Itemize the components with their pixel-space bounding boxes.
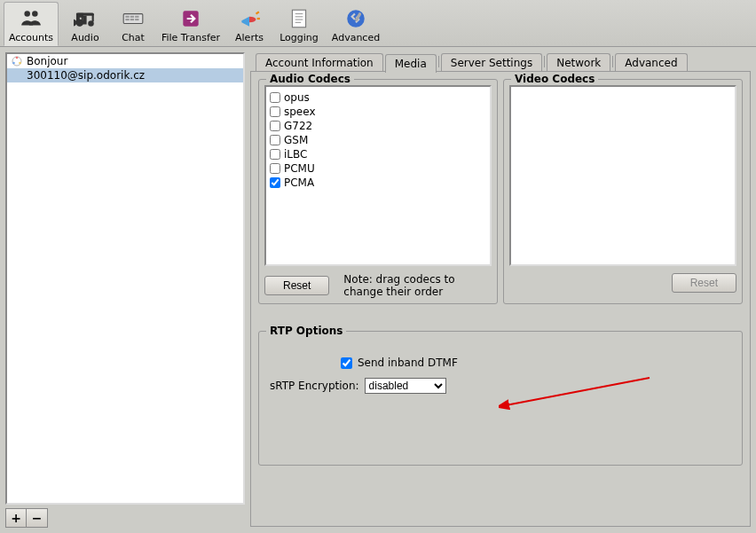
svg-point-1 bbox=[32, 11, 38, 16]
svg-rect-5 bbox=[82, 14, 83, 22]
remove-account-button[interactable]: − bbox=[27, 508, 48, 528]
main-toolbar: AccountsAudioChatFile TransferAlertsLogg… bbox=[0, 0, 756, 47]
tab-media[interactable]: Media bbox=[385, 54, 437, 73]
svg-point-0 bbox=[24, 11, 30, 16]
audio-icon bbox=[74, 7, 97, 30]
codec-checkbox[interactable] bbox=[270, 92, 280, 103]
toolbar-label: Alerts bbox=[235, 32, 264, 43]
svg-rect-6 bbox=[92, 14, 94, 22]
toolbar-filetransfer-button[interactable]: File Transfer bbox=[156, 2, 225, 46]
audio-reset-button[interactable]: Reset bbox=[264, 276, 329, 295]
svg-point-25 bbox=[16, 57, 19, 59]
toolbar-label: File Transfer bbox=[161, 32, 220, 43]
account-icon bbox=[11, 69, 23, 82]
codec-label: GSM bbox=[284, 134, 308, 146]
svg-rect-2 bbox=[76, 13, 94, 16]
svg-rect-8 bbox=[125, 16, 129, 18]
svg-rect-12 bbox=[130, 19, 134, 20]
codec-row[interactable]: iLBC bbox=[270, 147, 486, 161]
toolbar-label: Advanced bbox=[332, 32, 380, 43]
codec-checkbox[interactable] bbox=[270, 149, 280, 160]
codec-row[interactable]: GSM bbox=[270, 133, 486, 147]
toolbar-label: Audio bbox=[71, 32, 98, 43]
settings-tabs: Account InformationMediaServer SettingsN… bbox=[250, 52, 751, 71]
video-codec-list[interactable] bbox=[509, 85, 736, 266]
video-codecs-title: Video Codecs bbox=[511, 73, 598, 85]
logging-icon bbox=[287, 7, 311, 30]
tab-server-settings[interactable]: Server Settings bbox=[441, 53, 542, 72]
srtp-label: sRTP Encryption: bbox=[270, 380, 359, 392]
advanced-icon bbox=[344, 7, 367, 30]
chat-icon bbox=[122, 7, 145, 30]
rtp-options-title: RTP Options bbox=[266, 325, 346, 337]
alerts-icon bbox=[238, 7, 261, 30]
toolbar-chat-button[interactable]: Chat bbox=[112, 2, 154, 46]
content-panel: Account InformationMediaServer SettingsN… bbox=[250, 52, 751, 528]
svg-rect-10 bbox=[135, 16, 138, 18]
codec-checkbox[interactable] bbox=[270, 106, 280, 117]
codec-label: G722 bbox=[284, 120, 312, 132]
toolbar-alerts-button[interactable]: Alerts bbox=[227, 2, 272, 46]
inband-dtmf-label: Send inband DTMF bbox=[358, 357, 458, 369]
toolbar-advanced-button[interactable]: Advanced bbox=[327, 2, 385, 46]
toolbar-audio-button[interactable]: Audio bbox=[60, 2, 110, 46]
svg-rect-13 bbox=[135, 19, 138, 20]
audio-codecs-group: Audio Codecs opusspeexG722GSMiLBCPCMUPCM… bbox=[258, 79, 498, 304]
codec-label: iLBC bbox=[284, 148, 307, 161]
codec-row[interactable]: opus bbox=[270, 90, 486, 105]
video-reset-button[interactable]: Reset bbox=[672, 273, 736, 293]
account-row[interactable]: 300110@sip.odorik.cz bbox=[7, 68, 243, 82]
svg-line-15 bbox=[256, 12, 259, 13]
codec-label: PCMA bbox=[284, 176, 314, 189]
account-label: Bonjour bbox=[27, 55, 67, 67]
codec-checkbox[interactable] bbox=[270, 135, 280, 145]
tab-advanced[interactable]: Advanced bbox=[615, 53, 687, 72]
rtp-options-group: RTP Options Send inband DTMF sRTP Encryp… bbox=[258, 331, 743, 466]
bonjour-icon bbox=[11, 55, 23, 67]
inband-dtmf-checkbox[interactable] bbox=[341, 357, 352, 369]
svg-point-27 bbox=[19, 62, 21, 65]
media-panel: Audio Codecs opusspeexG722GSMiLBCPCMUPCM… bbox=[250, 71, 751, 527]
filetransfer-icon bbox=[179, 7, 202, 30]
svg-point-26 bbox=[12, 62, 15, 65]
toolbar-logging-button[interactable]: Logging bbox=[273, 2, 325, 46]
svg-rect-9 bbox=[130, 16, 134, 18]
toolbar-accounts-button[interactable]: Accounts bbox=[4, 2, 59, 46]
svg-rect-11 bbox=[125, 19, 129, 20]
codec-label: PCMU bbox=[284, 162, 315, 175]
add-account-button[interactable]: + bbox=[5, 508, 27, 528]
codec-drag-note: Note: drag codecs to change their order bbox=[343, 273, 492, 298]
audio-codec-list[interactable]: opusspeexG722GSMiLBCPCMUPCMA bbox=[264, 85, 492, 266]
srtp-encryption-select[interactable]: disabled bbox=[365, 378, 446, 394]
codec-checkbox[interactable] bbox=[270, 121, 280, 131]
codec-row[interactable]: PCMA bbox=[270, 176, 486, 190]
account-list[interactable]: Bonjour300110@sip.odorik.cz bbox=[5, 52, 245, 505]
toolbar-label: Logging bbox=[280, 32, 319, 43]
toolbar-label: Accounts bbox=[9, 32, 53, 43]
codec-row[interactable]: G722 bbox=[270, 119, 486, 133]
toolbar-label: Chat bbox=[122, 32, 145, 43]
account-row[interactable]: Bonjour bbox=[7, 54, 243, 68]
sidebar: Bonjour300110@sip.odorik.cz + − bbox=[5, 52, 245, 528]
accounts-icon bbox=[20, 7, 43, 30]
codec-checkbox[interactable] bbox=[270, 177, 280, 188]
codec-row[interactable]: speex bbox=[270, 105, 486, 119]
account-label: 300110@sip.odorik.cz bbox=[27, 69, 145, 82]
tab-account-information[interactable]: Account Information bbox=[256, 53, 383, 72]
audio-codecs-title: Audio Codecs bbox=[266, 73, 354, 85]
codec-label: opus bbox=[284, 91, 310, 104]
codec-label: speex bbox=[284, 106, 316, 118]
codec-row[interactable]: PCMU bbox=[270, 161, 486, 176]
svg-rect-17 bbox=[292, 10, 305, 27]
video-codecs-group: Video Codecs Reset bbox=[503, 79, 743, 304]
codec-checkbox[interactable] bbox=[270, 163, 280, 174]
tab-network[interactable]: Network bbox=[547, 53, 610, 72]
